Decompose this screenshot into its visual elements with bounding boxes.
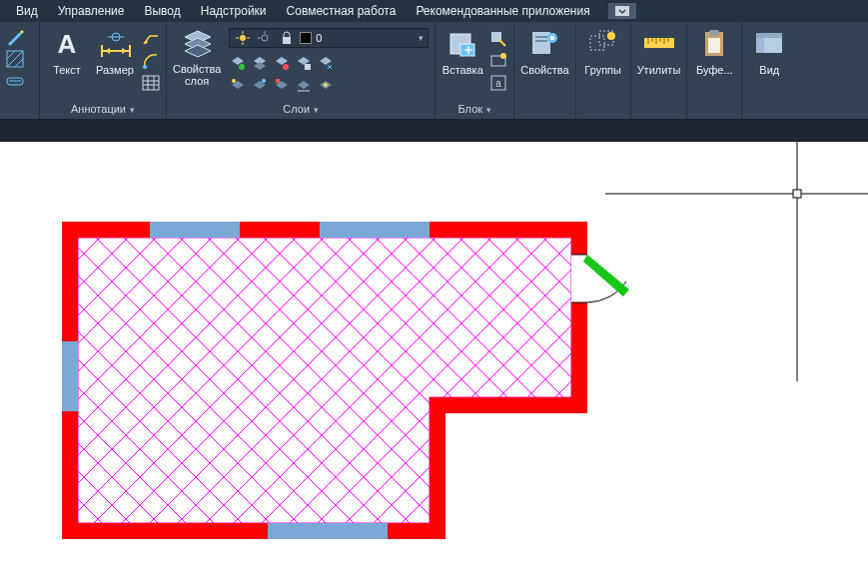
current-layer-name: 0 xyxy=(316,32,415,44)
menu-addins[interactable]: Надстройки xyxy=(191,2,277,20)
crosshair-cursor xyxy=(605,142,868,381)
insert-block-button[interactable]: Вставка xyxy=(441,26,483,76)
block-edit-icon[interactable] xyxy=(489,30,507,48)
svg-point-53 xyxy=(500,53,506,59)
svg-text:A: A xyxy=(58,29,77,59)
svg-marker-35 xyxy=(276,57,288,65)
insert-block-icon xyxy=(446,28,478,60)
layer-tool-8[interactable] xyxy=(273,76,291,94)
dimension-icon xyxy=(99,28,131,60)
ribbon: A Текст Размер Аннотации xyxy=(0,22,868,120)
properties-panel: Свойства xyxy=(514,22,575,119)
hatch-tool-icon[interactable] xyxy=(6,50,24,68)
annotations-panel-dropdown[interactable] xyxy=(130,103,135,115)
layers-panel-dropdown[interactable] xyxy=(314,103,319,115)
line-tool-icon[interactable] xyxy=(6,72,24,90)
color-swatch-icon xyxy=(300,32,312,44)
properties-panel-label: Свойства xyxy=(520,64,568,76)
arc-tool-icon[interactable] xyxy=(142,52,160,70)
clipboard-panel: Буфе... xyxy=(687,22,742,119)
menu-manage[interactable]: Управление xyxy=(48,2,135,20)
svg-marker-34 xyxy=(254,62,266,70)
properties-button[interactable]: Свойства xyxy=(520,26,568,76)
groups-button[interactable]: Группы xyxy=(582,26,624,76)
draw-panel-fragment xyxy=(0,22,40,119)
door-leaf xyxy=(583,255,629,296)
svg-rect-45 xyxy=(276,79,280,83)
text-button-label: Текст xyxy=(53,64,81,76)
svg-marker-8 xyxy=(105,48,110,54)
svg-rect-58 xyxy=(535,40,547,42)
svg-point-48 xyxy=(324,83,328,87)
layer-properties-button[interactable]: Свойства слоя xyxy=(173,26,221,87)
table-icon[interactable] xyxy=(142,74,160,92)
clipboard-icon xyxy=(698,28,730,60)
svg-point-41 xyxy=(232,79,236,83)
groups-icon xyxy=(587,28,619,60)
svg-marker-31 xyxy=(232,57,244,65)
menu-recommended[interactable]: Рекомендованные приложения xyxy=(406,2,599,20)
block-panel-dropdown[interactable] xyxy=(486,103,491,115)
leader-icon[interactable] xyxy=(142,30,160,48)
menu-output[interactable]: Вывод xyxy=(134,2,190,20)
svg-point-32 xyxy=(239,64,245,70)
svg-rect-73 xyxy=(708,38,720,53)
pencil-icon[interactable] xyxy=(6,28,24,46)
menu-collab[interactable]: Совместная работа xyxy=(277,2,407,20)
text-button[interactable]: A Текст xyxy=(46,26,88,76)
annotations-panel-label: Аннотации xyxy=(71,103,126,115)
window-dropdown-button[interactable] xyxy=(608,3,636,19)
layer-tool-1[interactable] xyxy=(229,54,247,72)
layer-properties-label: Свойства слоя xyxy=(173,64,221,87)
insert-block-label: Вставка xyxy=(442,64,483,76)
opening-top-1 xyxy=(150,222,240,238)
layer-stack-icon xyxy=(181,28,213,60)
chevron-down-icon: ▾ xyxy=(419,33,424,43)
layer-tool-3[interactable] xyxy=(273,54,291,72)
block-panel: Вставка a Блок xyxy=(435,22,514,119)
block-panel-label: Блок xyxy=(458,103,483,115)
layer-tool-2[interactable] xyxy=(251,54,269,72)
view-panel: Вид xyxy=(742,22,796,119)
svg-rect-76 xyxy=(756,38,764,53)
svg-rect-0 xyxy=(615,6,629,16)
svg-marker-39 xyxy=(320,57,332,65)
svg-marker-46 xyxy=(298,81,310,89)
layer-tool-10[interactable] xyxy=(317,76,335,94)
layers-panel: Свойства слоя 0 ▾ xyxy=(167,22,435,119)
layer-tool-7[interactable] xyxy=(251,76,269,94)
annotations-panel: A Текст Размер Аннотации xyxy=(40,22,167,119)
clipboard-button[interactable]: Буфе... xyxy=(693,26,735,76)
layer-tool-4[interactable] xyxy=(295,54,313,72)
svg-point-13 xyxy=(143,65,147,69)
svg-rect-56 xyxy=(532,32,550,54)
opening-left xyxy=(62,341,78,411)
block-attr-icon[interactable]: a xyxy=(489,74,507,92)
sun-off-icon xyxy=(256,29,274,47)
dimension-button-label: Размер xyxy=(96,64,134,76)
svg-text:a: a xyxy=(496,78,502,89)
svg-point-43 xyxy=(262,79,266,83)
lock-icon xyxy=(278,29,296,47)
current-layer-dropdown[interactable]: 0 ▾ xyxy=(229,28,429,48)
utilities-button[interactable]: Утилиты xyxy=(637,26,681,76)
drawing-canvas[interactable] xyxy=(0,142,868,588)
document-tab-strip xyxy=(0,120,868,142)
block-create-icon[interactable] xyxy=(489,52,507,70)
svg-rect-30 xyxy=(283,37,291,44)
text-a-icon: A xyxy=(51,28,83,60)
layer-tool-6[interactable] xyxy=(229,76,247,94)
floor-hatch xyxy=(78,238,571,523)
svg-rect-75 xyxy=(756,33,782,38)
layer-tool-9[interactable] xyxy=(295,76,313,94)
layer-tool-5[interactable] xyxy=(317,54,335,72)
view-button[interactable]: Вид xyxy=(748,26,790,76)
svg-rect-61 xyxy=(590,36,604,50)
dimension-button[interactable]: Размер xyxy=(94,26,136,76)
opening-bottom xyxy=(268,523,388,539)
view-panel-label: Вид xyxy=(759,64,779,76)
properties-icon xyxy=(528,28,560,60)
svg-point-27 xyxy=(262,35,268,41)
menu-view[interactable]: Вид xyxy=(6,2,48,20)
svg-rect-72 xyxy=(709,30,719,36)
